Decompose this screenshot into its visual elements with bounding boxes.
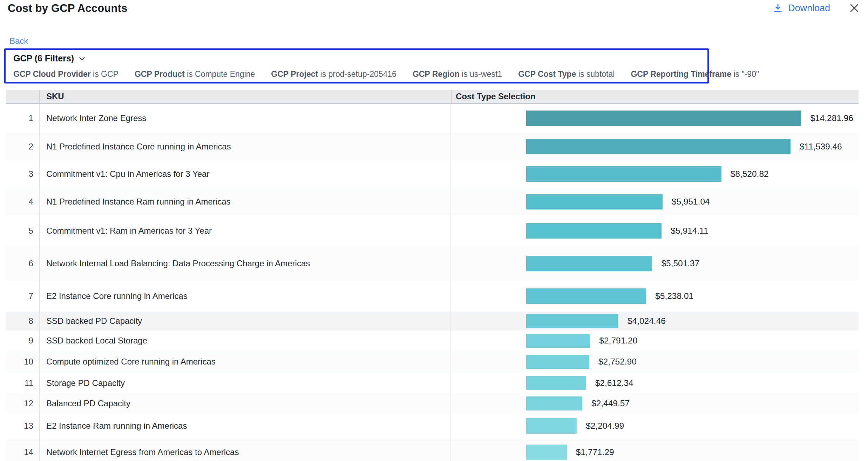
table-row[interactable]: 11Storage PD Capacity$2,612.34 [6,373,859,393]
row-rank: 4 [6,188,39,215]
cost-bar[interactable] [526,355,589,369]
filter-chip-field: GCP Reporting Timeframe [631,69,731,79]
bar-track: $2,791.20 [526,334,853,348]
filter-chip-list: GCP Cloud Provider is GCPGCP Product is … [13,69,707,79]
row-rank: 12 [6,393,39,413]
table-row[interactable]: 8SSD backed PD Capacity$4,024.46 [6,312,859,330]
table-row[interactable]: 14Network Internet Egress from Americas … [6,439,859,461]
cost-value-label: $5,238.01 [655,291,693,301]
cost-value-label: $2,204.99 [586,421,624,431]
row-sku-label: N1 Predefined Instance Ram running in Am… [39,188,450,215]
table-row[interactable]: 10Compute optimized Core running in Amer… [6,350,859,373]
row-sku-label: Compute optimized Core running in Americ… [39,350,450,373]
filter-chip-field: GCP Project [271,69,318,79]
filter-chip-condition: is us-west1 [460,69,502,79]
row-sku-label: Commitment v1: Ram in Americas for 3 Yea… [39,215,450,246]
table-row[interactable]: 2N1 Predefined Instance Core running in … [6,133,859,160]
close-button[interactable] [848,2,860,14]
cost-value-label: $4,024.46 [628,316,666,326]
row-bar-cell: $2,449.57 [450,393,859,413]
cost-bar[interactable] [526,314,618,328]
filter-chip[interactable]: GCP Project is prod-setup-205416 [271,69,396,79]
row-rank: 3 [6,160,39,188]
filter-panel: GCP (6 Filters) GCP Cloud Provider is GC… [4,48,709,83]
bar-track: $5,501.37 [526,256,853,271]
row-sku-label: Balanced PD Capacity [39,393,450,413]
row-rank: 9 [6,330,39,350]
cost-bar[interactable] [526,445,567,460]
download-button[interactable]: Download [773,2,830,14]
bar-track: $5,238.01 [526,288,853,304]
cost-bar[interactable] [526,111,801,126]
bar-track: $4,024.46 [526,314,853,328]
cost-bar[interactable] [526,334,590,348]
row-bar-cell: $8,520.82 [450,160,859,188]
row-bar-cell: $5,501.37 [450,246,859,281]
bar-track: $2,612.34 [526,376,853,390]
row-bar-cell: $5,238.01 [450,281,859,312]
row-rank: 10 [6,350,39,373]
table-row[interactable]: 5Commitment v1: Ram in Americas for 3 Ye… [6,215,859,246]
cost-value-label: $14,281.96 [810,113,853,123]
header-cell-sku: SKU [39,90,451,103]
filter-chip[interactable]: GCP Cost Type is subtotal [518,69,615,79]
back-link[interactable]: Back [9,36,28,46]
cost-bar[interactable] [526,396,582,410]
row-bar-cell: $5,951.04 [450,188,859,215]
table-row[interactable]: 12Balanced PD Capacity$2,449.57 [6,393,859,413]
cost-bar[interactable] [526,256,652,271]
row-sku-label: Network Internet Egress from Americas to… [39,439,450,461]
table-row[interactable]: 9SSD backed Local Storage$2,791.20 [6,330,859,350]
cost-bar[interactable] [526,376,586,390]
cost-value-label: $5,951.04 [672,197,710,207]
cost-by-gcp-accounts-panel: Cost by GCP Accounts Download Back [0,0,868,461]
table-row[interactable]: 7E2 Instance Core running in Americas$5,… [6,281,859,312]
row-rank: 7 [6,281,39,312]
bar-track: $2,449.57 [526,396,853,410]
row-bar-cell: $2,752.90 [450,350,859,373]
row-sku-label: E2 Instance Core running in Americas [39,281,450,312]
row-sku-label: Network Inter Zone Egress [39,104,450,133]
row-sku-label: Storage PD Capacity [39,373,450,393]
table-row[interactable]: 3Commitment v1: Cpu in Americas for 3 Ye… [6,160,859,188]
table-row[interactable]: 4N1 Predefined Instance Ram running in A… [6,188,859,215]
header-cell-rank [6,90,39,103]
cost-table: SKU Cost Type Selection 1Network Inter Z… [6,90,859,461]
filter-chip[interactable]: GCP Cloud Provider is GCP [13,69,118,79]
table-row[interactable]: 13E2 Instance Ram running in Americas$2,… [6,413,859,439]
row-sku-label: N1 Predefined Instance Core running in A… [39,133,450,160]
cost-bar[interactable] [526,166,721,182]
table-row[interactable]: 1Network Inter Zone Egress$14,281.96 [6,104,859,133]
close-icon [848,2,860,14]
bar-track: $2,204.99 [526,418,853,434]
cost-bar[interactable] [526,223,662,239]
row-rank: 11 [6,373,39,393]
row-bar-cell: $4,024.46 [450,312,859,330]
cost-value-label: $11,539.46 [800,142,842,152]
table-header-row: SKU Cost Type Selection [6,90,859,104]
filter-chip[interactable]: GCP Reporting Timeframe is "-90" [631,69,759,79]
page-title: Cost by GCP Accounts [8,2,128,15]
row-sku-label: Commitment v1: Cpu in Americas for 3 Yea… [39,160,450,188]
row-sku-label: Network Internal Load Balancing: Data Pr… [39,246,450,281]
cost-bar[interactable] [526,418,577,434]
row-rank: 6 [6,246,39,281]
bar-track: $8,520.82 [526,166,853,182]
cost-value-label: $2,752.90 [598,357,637,367]
cost-bar[interactable] [526,288,646,304]
filter-chip[interactable]: GCP Region is us-west1 [413,69,502,79]
bar-track: $11,539.46 [526,139,853,154]
row-bar-cell: $2,612.34 [450,373,859,393]
filter-chip-condition: is GCP [91,69,118,79]
cost-value-label: $1,771.29 [576,447,614,457]
download-icon [773,2,783,14]
filter-chip-field: GCP Cloud Provider [13,69,91,79]
filter-summary-dropdown[interactable]: GCP (6 Filters) [13,53,86,64]
cost-bar[interactable] [526,194,663,209]
cost-bar[interactable] [526,139,791,154]
chevron-down-icon [78,55,86,62]
filter-chip[interactable]: GCP Product is Compute Engine [135,69,255,79]
table-row[interactable]: 6Network Internal Load Balancing: Data P… [6,246,859,281]
row-rank: 5 [6,215,39,246]
cost-value-label: $2,449.57 [591,399,630,408]
